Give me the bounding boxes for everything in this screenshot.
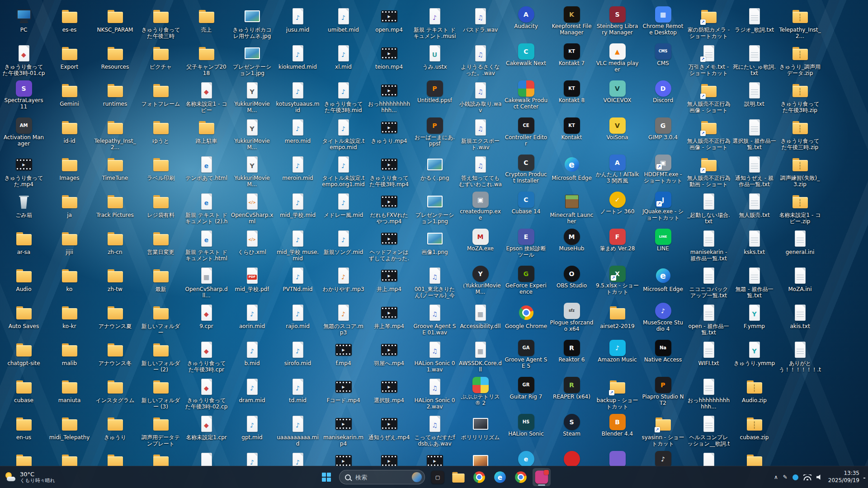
desktop-icon[interactable]: akis.txt	[777, 300, 823, 337]
desktop-icon[interactable]: きゅうりボカコレ用サムネ.jpg	[229, 4, 275, 41]
desktop-icon[interactable]: J↗JQuake.exe - ショートカット	[640, 189, 686, 226]
desktop-icon[interactable]: ▸選択肢.mp4	[366, 374, 412, 411]
desktop-icon[interactable]: Resources	[92, 41, 138, 78]
desktop-icon[interactable]: 新しいフォルダー	[138, 300, 184, 337]
desktop-icon[interactable]: KTKontakt 7	[549, 41, 594, 78]
desktop-icon[interactable]: ▸きゅうり食ってた.mp4	[1, 152, 47, 189]
desktop-icon[interactable]: PPiapro Studio NT2	[640, 374, 686, 411]
desktop-icon[interactable]: ▦Chrome Remote Desktop	[640, 4, 686, 41]
desktop-icon[interactable]: ┆cubase.zip	[731, 411, 777, 448]
desktop-icon[interactable]: ▸teion.mp4	[366, 41, 412, 78]
desktop-icon[interactable]: Uうみ.ustx	[412, 41, 458, 78]
desktop-icon[interactable]: ▸	[321, 448, 366, 466]
desktop-icon[interactable]: 新しいフォルダー (2)	[138, 337, 184, 374]
desktop-icon[interactable]: プレゼンテーション1.png	[412, 189, 458, 226]
desktop-icon[interactable]: プレゼンテーション1.jpg	[229, 41, 275, 78]
chrome-browser-2[interactable]	[512, 468, 530, 486]
desktop-icon[interactable]: ┆Telepathy_Inst_2...	[777, 4, 823, 41]
desktop-icon[interactable]: インスタグラム	[92, 374, 138, 411]
desktop-icon[interactable]: chatgpt-site	[1, 337, 47, 374]
desktop-icon[interactable]: 調声用データテンプレート	[138, 411, 184, 448]
desktop-icon[interactable]: ♪b.mid	[229, 337, 275, 374]
desktop-icon[interactable]: F筆まめ Ver.28	[594, 226, 640, 263]
desktop-icon[interactable]: PC	[1, 4, 47, 41]
wifi-icon[interactable]	[803, 474, 811, 480]
desktop-icon[interactable]: id-id	[47, 115, 92, 152]
desktop-icon[interactable]: jijii	[47, 226, 92, 263]
desktop-icon[interactable]: VVoiSona	[594, 115, 640, 152]
desktop-icon[interactable]: ありがとう！！！！！！.txt	[777, 337, 823, 374]
desktop-icon[interactable]: ピクチャ	[138, 41, 184, 78]
desktop-icon[interactable]: ラベル印刷	[138, 152, 184, 189]
desktop-icon[interactable]: ♪わかりやす.mp3	[321, 263, 366, 300]
desktop-icon[interactable]: ▸	[366, 448, 412, 466]
active-app[interactable]	[533, 468, 551, 486]
desktop-icon[interactable]: Microsoft Edge	[549, 152, 594, 189]
desktop-icon[interactable]: アナウンス冬	[92, 337, 138, 374]
desktop-icon[interactable]: ♪kiokumed.mid	[275, 41, 321, 78]
desktop-icon[interactable]: ▦Accessibility.dll	[458, 300, 503, 337]
desktop-icon[interactable]: 無人販売.txt	[731, 189, 777, 226]
desktop-icon[interactable]: 最新	[138, 263, 184, 300]
desktop-icon[interactable]: ♪メドレー風.mid	[321, 189, 366, 226]
desktop-icon[interactable]: Audio	[1, 263, 47, 300]
desktop-icon[interactable]: 路上駐車	[184, 115, 229, 152]
desktop-icon[interactable]: MoZA.ini	[777, 263, 823, 300]
desktop-icon[interactable]: YYukkuriMovieM...	[229, 78, 275, 115]
desktop-icon[interactable]: ↗万引きメモ.txt - ショートカット	[686, 41, 731, 78]
desktop-icon[interactable]: RREAPER (x64)	[549, 374, 594, 411]
desktop-icon[interactable]	[686, 448, 731, 466]
desktop-icon[interactable]: ♪mero.mid	[275, 115, 321, 152]
desktop-icon[interactable]: open - 親作品一覧.txt	[686, 300, 731, 337]
desktop-icon[interactable]: ✓ノートン 360	[594, 189, 640, 226]
desktop-icon[interactable]: ♪aorin.mid	[229, 300, 275, 337]
desktop-icon[interactable]: ♪新規 テキスト ドキュメント.musicxml	[412, 4, 458, 41]
desktop-icon[interactable]: ラジオ_歌詞.txt	[731, 4, 777, 41]
desktop-icon[interactable]: Microsoft Edge	[640, 263, 686, 300]
desktop-icon[interactable]: ↗無人販売不正行為 画像 - ショートカッ...	[686, 78, 731, 115]
desktop-icon[interactable]: CEController Editor	[503, 115, 549, 152]
desktop-icon[interactable]: HSHALion Sonic	[503, 411, 549, 448]
desktop-icon[interactable]: ♪Amazon Music	[594, 337, 640, 374]
desktop-icon[interactable]: maniuta	[47, 374, 92, 411]
desktop-icon[interactable]: ♪きゅうり食ってた午後3時.mid	[321, 78, 366, 115]
desktop-icon[interactable]: ▲VLC media player	[594, 41, 640, 78]
desktop-icon[interactable]: CMSCMS	[640, 41, 686, 78]
desktop-icon[interactable]: ♪gpt.mid	[229, 411, 275, 448]
desktop-icon[interactable]: GAGroove Agent SE 5	[503, 337, 549, 374]
desktop-icon[interactable]: 死にたい_ゅ歌詞.txt	[731, 41, 777, 78]
desktop-icon[interactable]: きゅうり食ってた午後三時	[138, 4, 184, 41]
desktop-icon[interactable]: ♪タイトル未設定.tempo.ong1.mid	[321, 152, 366, 189]
desktop-icon[interactable]: ┆調声練習(失敗)_3.zip	[777, 152, 823, 189]
desktop-icon[interactable]	[549, 448, 594, 466]
desktop-icon[interactable]: ポリリリリズム	[458, 411, 503, 448]
desktop-icon[interactable]: VVOICEVOX	[594, 78, 640, 115]
desktop-icon[interactable]: airset2-2019	[594, 300, 640, 337]
desktop-icon[interactable]: ◆きゅうり食ってた午後3時-01.cpr	[1, 41, 47, 78]
desktop-icon[interactable]	[138, 448, 184, 466]
desktop-icon[interactable]: ar-sa	[1, 226, 47, 263]
desktop-icon[interactable]: </>くらひ.xml	[229, 226, 275, 263]
desktop-icon[interactable]: CCrypton Product Installer	[503, 152, 549, 189]
desktop-icon[interactable]: e新規 テキスト ドキュメント (2).html	[184, 189, 229, 226]
desktop-icon[interactable]: ja	[47, 189, 92, 226]
desktop-icon[interactable]: ♪MuseScore Studio 4	[640, 300, 686, 337]
desktop-icon[interactable]: ♫HALion Sonic 01.wav	[412, 337, 458, 374]
desktop-icon[interactable]: ▸f.mp4	[321, 337, 366, 374]
desktop-icon[interactable]: Minecraft Launcher	[549, 189, 594, 226]
desktop-icon[interactable]: general.ini	[777, 226, 823, 263]
desktop-icon[interactable]: ♪	[229, 448, 275, 466]
desktop-icon[interactable]: ♫よりうるさくなった。.wav	[458, 41, 503, 78]
desktop-icon[interactable]: ▸Fコード.mp4	[321, 374, 366, 411]
file-explorer[interactable]	[449, 468, 467, 486]
desktop-icon[interactable]: PDFmid_学校.pdf	[229, 263, 275, 300]
desktop-icon[interactable]: zh-tw	[92, 263, 138, 300]
desktop-icon[interactable]: ko-kr	[47, 300, 92, 337]
hidden-icons-chevron[interactable]: ∧	[774, 474, 778, 480]
desktop-icon[interactable]: ♫HALion Sonic 02.wav	[412, 374, 458, 411]
desktop-icon[interactable]: きゅうり	[92, 411, 138, 448]
desktop-icon[interactable]: SSpectraLayers 11	[1, 78, 47, 115]
search-input[interactable]	[354, 474, 406, 481]
desktop-icon[interactable]: ↗無人販売不正行為 動画 - ショートカット	[686, 152, 731, 189]
desktop-icon[interactable]: ぷぷぷテトリス® 2	[458, 374, 503, 411]
